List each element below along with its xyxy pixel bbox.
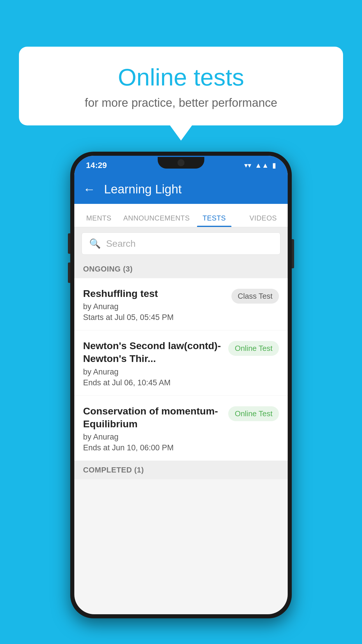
test-name: Conservation of momentum-Equilibrium: [83, 405, 222, 430]
speech-bubble: Online tests for more practice, better p…: [19, 47, 343, 125]
test-info: Reshuffling test by Anurag Starts at Jul…: [83, 287, 226, 322]
test-time: Ends at Jun 10, 06:00 PM: [83, 443, 222, 452]
tab-ments[interactable]: MENTS: [74, 214, 123, 227]
test-info: Conservation of momentum-Equilibrium by …: [83, 405, 222, 452]
app-bar: ← Learning Light: [74, 175, 288, 204]
volume-down-button: [68, 262, 70, 283]
search-input[interactable]: Search: [106, 238, 136, 249]
speech-bubble-subtitle: for more practice, better performance: [39, 96, 323, 109]
status-time: 14:29: [86, 161, 107, 170]
search-bar[interactable]: 🔍 Search: [82, 232, 280, 255]
test-badge-online: Online Test: [228, 406, 279, 421]
camera: [178, 159, 184, 166]
test-author: by Anurag: [83, 368, 222, 377]
phone-frame: 14:29 ▾▾ ▲▲ ▮ ← Learning Light MENTS ANN…: [70, 152, 292, 618]
wifi-icon: ▾▾: [244, 161, 251, 169]
completed-section-header: COMPLETED (1): [74, 461, 288, 479]
battery-icon: ▮: [272, 161, 276, 169]
tab-announcements[interactable]: ANNOUNCEMENTS: [123, 214, 190, 227]
volume-up-button: [68, 233, 70, 254]
tests-list: Reshuffling test by Anurag Starts at Jul…: [74, 278, 288, 461]
test-name: Newton's Second law(contd)-Newton's Thir…: [83, 339, 222, 365]
speech-bubble-title: Online tests: [39, 64, 323, 90]
tabs-bar: MENTS ANNOUNCEMENTS TESTS VIDEOS: [74, 204, 288, 227]
phone-screen: 14:29 ▾▾ ▲▲ ▮ ← Learning Light MENTS ANN…: [74, 156, 288, 614]
test-item[interactable]: Newton's Second law(contd)-Newton's Thir…: [74, 330, 288, 396]
test-info: Newton's Second law(contd)-Newton's Thir…: [83, 339, 222, 387]
signal-icon: ▲▲: [255, 161, 269, 169]
phone-notch: [158, 157, 204, 169]
test-time: Ends at Jul 06, 10:45 AM: [83, 378, 222, 387]
test-name: Reshuffling test: [83, 287, 226, 300]
search-icon: 🔍: [89, 238, 101, 249]
app-bar-title: Learning Light: [104, 182, 182, 196]
test-item[interactable]: Reshuffling test by Anurag Starts at Jul…: [74, 278, 288, 330]
tab-tests[interactable]: TESTS: [190, 214, 239, 227]
test-author: by Anurag: [83, 433, 222, 442]
tab-videos[interactable]: VIDEOS: [239, 214, 288, 227]
search-container: 🔍 Search: [74, 227, 288, 260]
test-time: Starts at Jul 05, 05:45 PM: [83, 313, 226, 322]
test-author: by Anurag: [83, 302, 226, 311]
status-icons: ▾▾ ▲▲ ▮: [244, 161, 276, 169]
test-item[interactable]: Conservation of momentum-Equilibrium by …: [74, 396, 288, 461]
power-button: [292, 239, 294, 268]
ongoing-section-header: ONGOING (3): [74, 260, 288, 278]
test-badge-online: Online Test: [228, 341, 279, 356]
test-badge-class: Class Test: [231, 289, 279, 304]
phone-mockup: 14:29 ▾▾ ▲▲ ▮ ← Learning Light MENTS ANN…: [70, 152, 292, 618]
back-button[interactable]: ←: [83, 182, 95, 196]
